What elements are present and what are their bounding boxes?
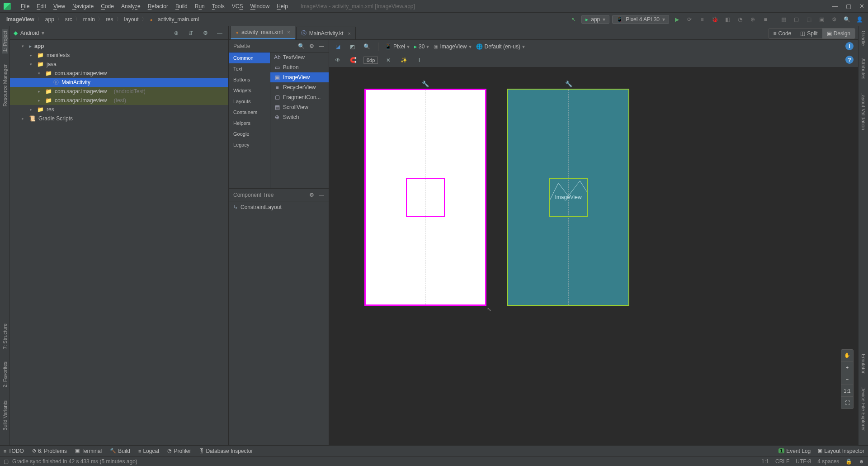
- resource-manager-icon[interactable]: ⬚: [804, 14, 814, 24]
- crumb-5[interactable]: layout: [122, 16, 142, 23]
- tree-main-activity[interactable]: ⓀMainActivity: [10, 78, 228, 87]
- view-split[interactable]: ◫ Split: [796, 29, 822, 38]
- tree-java[interactable]: ▾📁java: [10, 60, 228, 69]
- default-margin-input[interactable]: 0dp: [363, 57, 378, 64]
- palette-cat-layouts[interactable]: Layouts: [229, 96, 270, 107]
- component-tree-root[interactable]: ↳ConstraintLayout: [233, 204, 324, 210]
- blueprint-tools-icon[interactable]: 🔧: [565, 81, 572, 87]
- palette-item-recyclerview[interactable]: ≡RecyclerView: [270, 82, 329, 92]
- view-code[interactable]: ≡ Code: [769, 29, 796, 38]
- view-options-icon[interactable]: 👁: [333, 55, 343, 65]
- orientation-icon[interactable]: 🔍: [362, 42, 372, 52]
- crumb-6[interactable]: ⬥ activity_main.xml: [147, 16, 202, 23]
- menu-vcs[interactable]: VCS: [228, 3, 247, 10]
- tab-device-file-explorer[interactable]: Device File Explorer: [861, 385, 866, 433]
- menu-file[interactable]: File: [17, 3, 33, 10]
- canvas[interactable]: 🔧 🔧 ⤡ ImageView: [329, 67, 858, 445]
- palette-item-switch[interactable]: ⊕Switch: [270, 112, 329, 122]
- view-design[interactable]: ▣ Design: [822, 29, 855, 38]
- crumb-4[interactable]: res: [103, 16, 116, 23]
- palette-cat-text[interactable]: Text: [229, 63, 270, 74]
- collapse-all-icon[interactable]: ⇵: [186, 28, 196, 38]
- bt-problems[interactable]: ⊘ 6: Problems: [32, 448, 67, 454]
- menu-tools[interactable]: Tools: [208, 3, 228, 10]
- locale-dropdown[interactable]: 🌐 Default (en-us) ▾: [476, 43, 525, 50]
- blueprint-view-icon[interactable]: ◩: [347, 42, 357, 52]
- minimize-icon[interactable]: —: [832, 3, 838, 10]
- palette-cat-widgets[interactable]: Widgets: [229, 85, 270, 96]
- bt-terminal[interactable]: ▣ Terminal: [75, 448, 102, 454]
- hide-panel-icon[interactable]: —: [215, 28, 225, 38]
- zoom-1to1-icon[interactable]: 1:1: [841, 385, 853, 397]
- tab-attributes[interactable]: Attributes: [861, 57, 866, 81]
- profiler-run-icon[interactable]: ◔: [735, 14, 745, 24]
- imageview-blueprint[interactable]: ImageView: [549, 178, 588, 217]
- palette-cat-legacy[interactable]: Legacy: [229, 139, 270, 150]
- tab-structure[interactable]: 7: Structure: [2, 322, 8, 351]
- blueprint-preview[interactable]: ImageView: [507, 89, 629, 306]
- tree-app[interactable]: ▾▸app: [10, 42, 228, 51]
- tab-close-icon[interactable]: ×: [348, 31, 351, 36]
- tree-res[interactable]: ▸📁res: [10, 105, 228, 114]
- guidelines-icon[interactable]: I: [414, 55, 424, 65]
- status-encoding[interactable]: UTF-8: [796, 458, 811, 465]
- status-icon[interactable]: ▢: [4, 458, 9, 465]
- apply-changes-icon[interactable]: ⟳: [684, 14, 694, 24]
- tab-layout-validation[interactable]: Layout Validation: [861, 90, 866, 132]
- menu-navigate[interactable]: Navigate: [69, 3, 97, 10]
- crumb-0[interactable]: ImageView: [4, 16, 37, 23]
- crumb-1[interactable]: app: [42, 16, 57, 23]
- tree-pkg-test[interactable]: ▸📁com.sagar.imageview (test): [10, 96, 228, 105]
- menu-analyze[interactable]: Analyze: [118, 3, 144, 10]
- tree-manifests[interactable]: ▸📁manifests: [10, 51, 228, 60]
- tab-activity-main-xml[interactable]: ⬥activity_main.xml×: [231, 26, 295, 39]
- bt-logcat[interactable]: ≡ Logcat: [138, 448, 159, 454]
- bt-db-inspector[interactable]: 🗄 Database Inspector: [199, 448, 253, 454]
- search-everywhere-icon[interactable]: 🔍: [842, 14, 852, 24]
- debug-icon[interactable]: 🐞: [710, 14, 720, 24]
- api-dropdown[interactable]: ▸ 30 ▾: [414, 43, 429, 50]
- tree-pkg-main[interactable]: ▾📁com.sagar.imageview: [10, 69, 228, 78]
- imageview-selection[interactable]: [406, 178, 445, 217]
- select-opened-file-icon[interactable]: ⊕: [171, 28, 181, 38]
- user-icon[interactable]: 👤: [854, 14, 864, 24]
- zoom-out-icon[interactable]: −: [841, 373, 853, 385]
- tab-gradle[interactable]: Gradle: [861, 29, 866, 48]
- project-structure-icon[interactable]: ⚙: [829, 14, 839, 24]
- infer-constraints-icon[interactable]: ✨: [399, 55, 409, 65]
- palette-cat-google[interactable]: Google: [229, 128, 270, 139]
- autoconnect-icon[interactable]: 🧲: [348, 55, 358, 65]
- apply-code-icon[interactable]: ≡: [697, 14, 707, 24]
- status-user-icon[interactable]: ☻: [859, 458, 864, 465]
- run-config-selector[interactable]: ▸app▾: [581, 15, 609, 24]
- sync-icon[interactable]: ↖: [569, 14, 579, 24]
- device-selector[interactable]: 📱Pixel 4 API 30▾: [612, 15, 669, 24]
- project-tree[interactable]: ▾▸app ▸📁manifests ▾📁java ▾📁com.sagar.ima…: [10, 40, 228, 445]
- palette-settings-icon[interactable]: ⚙: [309, 43, 314, 49]
- resize-handle-icon[interactable]: ⤡: [487, 306, 493, 313]
- palette-hide-icon[interactable]: —: [319, 43, 324, 49]
- zoom-fit-icon[interactable]: ⛶: [841, 397, 853, 409]
- crumb-3[interactable]: main: [80, 16, 98, 23]
- palette-cat-common[interactable]: Common: [229, 52, 270, 63]
- coverage-icon[interactable]: ◧: [722, 14, 732, 24]
- crumb-2[interactable]: src: [62, 16, 75, 23]
- sdk-icon[interactable]: ▢: [791, 14, 801, 24]
- menu-refactor[interactable]: Refactor: [144, 3, 172, 10]
- palette-item-fragmentcontainer[interactable]: ▢FragmentCon...: [270, 92, 329, 102]
- attach-debugger-icon[interactable]: ⊕: [748, 14, 758, 24]
- palette-search-icon[interactable]: 🔍: [298, 43, 305, 49]
- tab-project[interactable]: 1: Project: [2, 29, 8, 53]
- avd-icon[interactable]: ▦: [778, 14, 788, 24]
- menu-window[interactable]: Window: [246, 3, 273, 10]
- tree-pkg-androidtest[interactable]: ▸📁com.sagar.imageview (androidTest): [10, 87, 228, 96]
- status-lock-icon[interactable]: 🔒: [845, 458, 852, 465]
- menu-code[interactable]: Code: [97, 3, 118, 10]
- tab-close-icon[interactable]: ×: [287, 29, 290, 35]
- menu-view[interactable]: View: [50, 3, 69, 10]
- component-tree-hide-icon[interactable]: —: [319, 192, 324, 198]
- project-view-selector[interactable]: ◆Android▾: [14, 30, 44, 36]
- tree-gradle-scripts[interactable]: ▸📜Gradle Scripts: [10, 114, 228, 123]
- stop-icon[interactable]: ■: [760, 14, 770, 24]
- menu-help[interactable]: Help: [273, 3, 292, 10]
